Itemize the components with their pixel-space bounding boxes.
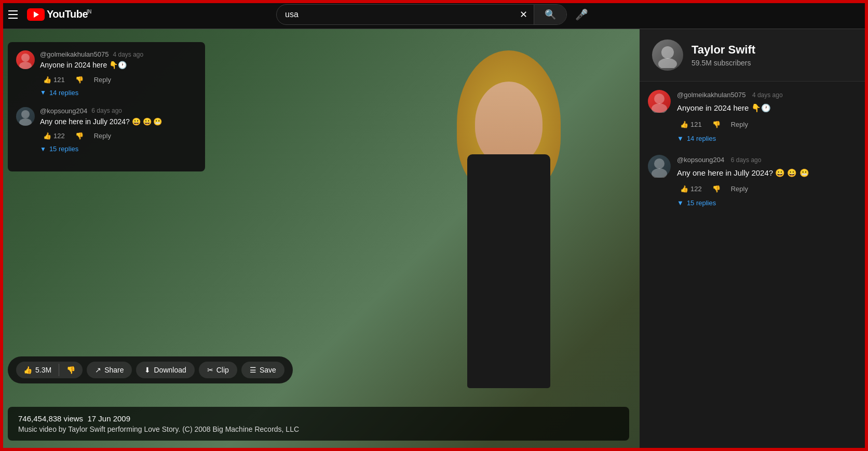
dislike-button[interactable]: 👎	[709, 120, 724, 129]
video-views: 746,454,838 views 17 Jun 2009	[18, 414, 619, 423]
list-item: @kopsoung204 6 days ago Any one here in …	[16, 107, 197, 155]
close-icon: ✕	[520, 9, 527, 20]
like-bar-button[interactable]: 👍 5.3M	[16, 362, 59, 378]
comment-text: Any one here in Jully 2024? 😀 😀 😬	[40, 117, 197, 127]
replies-toggle[interactable]: ▼ 15 replies	[40, 143, 78, 155]
replies-toggle[interactable]: ▼ 15 replies	[677, 197, 716, 209]
dislike-button[interactable]: 👎	[72, 75, 87, 85]
comment-body: @kopsoung204 6 days ago Any one here in …	[40, 107, 197, 155]
mic-button[interactable]: 🎤	[571, 4, 592, 25]
comment-body: @golmeikakhulan5075 4 days ago Anyone in…	[677, 90, 860, 144]
comment-timestamp: 4 days ago	[752, 91, 783, 99]
save-icon: ☰	[250, 366, 256, 374]
like-button[interactable]: 👍 121	[677, 120, 705, 129]
chevron-down-icon: ▼	[40, 145, 46, 153]
avatar	[648, 90, 671, 113]
comment-actions: 👍 122 👎 Reply	[40, 131, 197, 141]
comment-text: Anyone in 2024 here 👇🕐	[677, 102, 860, 114]
replies-toggle[interactable]: ▼ 14 replies	[40, 87, 78, 99]
reply-button[interactable]: Reply	[91, 75, 114, 85]
youtube-icon	[27, 8, 45, 21]
search-submit-button[interactable]: 🔍	[534, 4, 566, 25]
svg-point-6	[654, 94, 664, 104]
comments-section: @golmeikakhulan5075 4 days ago Anyone in…	[640, 82, 868, 446]
save-button[interactable]: ☰ Save	[241, 362, 284, 378]
main-content: @golmeikakhulan5075 4 days ago Anyone in…	[0, 29, 868, 451]
clip-label: Clip	[216, 366, 229, 374]
like-count: 122	[690, 185, 702, 193]
svg-point-4	[661, 46, 674, 59]
navbar-center: ✕ 🔍 🎤	[112, 4, 756, 25]
hamburger-line	[8, 14, 18, 15]
thumbdown-icon: 👎	[75, 76, 84, 84]
comment-actions: 👍 121 👎 Reply	[677, 120, 860, 129]
thumbup-icon: 👍	[680, 185, 688, 193]
avatar	[16, 50, 35, 69]
thumbdown-icon: 👎	[75, 132, 84, 140]
video-subject	[410, 50, 607, 440]
dislike-button[interactable]: 👎	[72, 131, 87, 141]
chevron-down-icon: ▼	[40, 89, 46, 96]
video-info-overlay: 746,454,838 views 17 Jun 2009 Music vide…	[8, 407, 629, 441]
search-input[interactable]	[277, 10, 513, 19]
chevron-down-icon: ▼	[677, 199, 684, 207]
svg-point-7	[652, 103, 667, 113]
download-button[interactable]: ⬇ Download	[136, 362, 194, 378]
download-icon: ⬇	[144, 366, 151, 374]
comment-timestamp: 6 days ago	[731, 156, 762, 164]
comment-meta: @kopsoung204 6 days ago	[40, 107, 197, 115]
video-description: Music video by Taylor Swift performing L…	[18, 425, 619, 433]
figure-body	[467, 154, 550, 388]
like-count: 121	[690, 121, 702, 128]
hamburger-line	[8, 10, 18, 11]
dislike-bar-button[interactable]: 👎	[59, 362, 83, 378]
list-item: @golmeikakhulan5075 4 days ago Anyone in…	[16, 50, 197, 99]
like-button[interactable]: 👍 121	[40, 75, 68, 85]
channel-avatar	[652, 39, 683, 71]
svg-point-8	[654, 158, 664, 169]
channel-info: Taylor Swift 59.5M subscribers	[640, 29, 868, 82]
thumbup-icon: 👍	[43, 132, 51, 140]
comment-author: @golmeikakhulan5075	[677, 91, 745, 99]
share-icon: ↗	[95, 366, 101, 374]
comment-body: @kopsoung204 6 days ago Any one here in …	[677, 155, 860, 209]
youtube-wordmark: YouTubeIN	[47, 8, 91, 20]
search-clear-button[interactable]: ✕	[513, 9, 534, 20]
comment-author: @kopsoung204	[677, 156, 724, 164]
svg-point-1	[19, 62, 32, 69]
navbar: YouTubeIN ✕ 🔍 🎤	[0, 0, 868, 29]
reply-button[interactable]: Reply	[728, 120, 751, 129]
figure-face	[475, 82, 542, 165]
clip-button[interactable]: ✂ Clip	[199, 362, 237, 378]
thumbup-icon: 👍	[680, 121, 688, 128]
like-button[interactable]: 👍 122	[40, 131, 68, 141]
thumbdown-icon: 👎	[712, 121, 721, 128]
mic-icon: 🎤	[575, 8, 588, 21]
like-dislike-group: 👍 5.3M 👎	[16, 362, 83, 378]
replies-toggle[interactable]: ▼ 14 replies	[677, 132, 716, 144]
dislike-button[interactable]: 👎	[709, 184, 724, 194]
red-border-left	[0, 0, 3, 451]
share-label: Share	[104, 366, 124, 374]
list-item: @kopsoung204 6 days ago Any one here in …	[648, 155, 860, 209]
hamburger-line	[8, 18, 18, 19]
comment-timestamp: 4 days ago	[113, 51, 143, 58]
chevron-down-icon: ▼	[677, 135, 684, 142]
like-button[interactable]: 👍 122	[677, 184, 705, 194]
right-panel: Taylor Swift 59.5M subscribers @golmeika…	[640, 29, 868, 451]
like-count: 122	[53, 132, 65, 140]
svg-point-3	[19, 118, 32, 126]
reply-button[interactable]: Reply	[728, 184, 751, 194]
comment-actions: 👍 122 👎 Reply	[677, 184, 860, 194]
red-border-right	[865, 0, 868, 451]
like-count: 121	[53, 76, 65, 84]
comment-body: @golmeikakhulan5075 4 days ago Anyone in…	[40, 50, 197, 99]
reply-button[interactable]: Reply	[91, 131, 114, 141]
thumbup-icon: 👍	[43, 76, 51, 84]
clip-icon: ✂	[207, 366, 213, 374]
share-button[interactable]: ↗ Share	[87, 362, 132, 378]
search-icon: 🔍	[545, 9, 556, 20]
hamburger-menu-button[interactable]	[8, 8, 21, 21]
like-bar-count: 5.3M	[35, 366, 51, 374]
youtube-logo[interactable]: YouTubeIN	[27, 8, 91, 21]
